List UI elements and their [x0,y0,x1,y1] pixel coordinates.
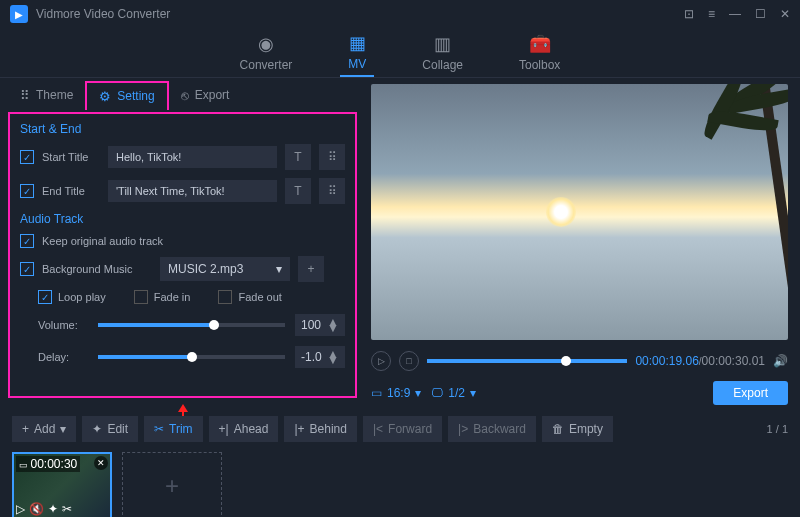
tab-label: Theme [36,88,73,102]
minimize-icon[interactable]: — [729,7,741,21]
export-icon: ⎋ [181,88,189,103]
grid-button[interactable]: ⠿ [319,178,345,204]
tab-export[interactable]: ⎋ Export [169,82,242,109]
end-title-checkbox[interactable]: ✓ [20,184,34,198]
stop-button[interactable]: □ [399,351,419,371]
app-logo: ▶ [10,5,28,23]
volume-label: Volume: [38,319,88,331]
bg-music-checkbox[interactable]: ✓ [20,262,34,276]
remove-clip-button[interactable]: ✕ [94,456,108,470]
fadein-checkbox[interactable]: ✓ [134,290,148,304]
grid-button[interactable]: ⠿ [319,144,345,170]
behind-button[interactable]: |+Behind [284,416,357,442]
play-button[interactable]: ▷ [371,351,391,371]
theme-icon: ⠿ [20,88,30,103]
backward-button[interactable]: |>Backward [448,416,536,442]
scissors-icon[interactable]: ✂ [62,502,72,516]
step-down-icon[interactable]: ▼ [327,325,339,331]
text-style-button[interactable]: T [285,144,311,170]
fadeout-checkbox[interactable]: ✓ [218,290,232,304]
bg-music-select[interactable]: MUSIC 2.mp3 ▾ [160,257,290,281]
collage-icon: ▥ [434,33,451,55]
wand-icon[interactable]: ✦ [48,502,58,516]
forward-button[interactable]: |<Forward [363,416,442,442]
aspect-icon: ▭ [371,386,382,400]
time-display: 00:00:19.06/00:00:30.01 [635,354,765,368]
delay-value-box[interactable]: -1.0 ▲▼ [295,346,345,368]
tab-theme[interactable]: ⠿ Theme [8,82,85,109]
nav-label: MV [348,57,366,71]
seek-slider[interactable] [427,359,627,363]
nav-mv[interactable]: ▦ MV [340,28,374,77]
nav-converter[interactable]: ◉ Converter [232,29,301,76]
end-title-label: End Title [42,185,100,197]
wand-icon: ✦ [92,422,102,436]
bg-music-value: MUSIC 2.mp3 [168,262,243,276]
bg-music-label: Background Music [42,263,152,275]
maximize-icon[interactable]: ☐ [755,7,766,21]
settings-panel: Start & End ✓ Start Title T ⠿ ✓ End Titl… [8,112,357,398]
close-icon[interactable]: ✕ [780,7,790,21]
delay-value: -1.0 [301,350,322,364]
keep-audio-label: Keep original audio track [42,235,163,247]
section-audio: Audio Track [20,212,345,226]
volume-value: 100 [301,318,321,332]
tab-setting[interactable]: ⚙ Setting [85,81,168,110]
fadein-label: Fade in [154,291,191,303]
clip-duration: ▭ 00:00:30 [16,456,80,472]
toolbox-icon: 🧰 [529,33,551,55]
mute-icon[interactable]: 🔇 [29,502,44,516]
step-down-icon[interactable]: ▼ [327,357,339,363]
edit-button[interactable]: ✦Edit [82,416,138,442]
monitor-icon: 🖵 [431,386,443,400]
page-select[interactable]: 🖵 1/2 ▾ [431,386,476,400]
chevron-down-icon: ▾ [276,262,282,276]
nav-label: Toolbox [519,58,560,72]
aspect-select[interactable]: ▭ 16:9 ▾ [371,386,421,400]
volume-icon[interactable]: 🔊 [773,354,788,368]
start-title-checkbox[interactable]: ✓ [20,150,34,164]
tab-label: Setting [117,89,154,103]
chevron-down-icon: ▾ [60,422,66,436]
page-value: 1/2 [448,386,465,400]
delay-label: Delay: [38,351,88,363]
total-time: 00:00:30.01 [702,354,765,368]
nav-toolbox[interactable]: 🧰 Toolbox [511,29,568,76]
loop-checkbox[interactable]: ✓ [38,290,52,304]
loop-label: Loop play [58,291,106,303]
end-title-input[interactable] [108,180,277,202]
volume-value-box[interactable]: 100 ▲▼ [295,314,345,336]
text-style-button[interactable]: T [285,178,311,204]
behind-icon: |+ [294,422,304,436]
nav-label: Converter [240,58,293,72]
video-preview[interactable] [371,84,788,340]
plus-icon: + [22,422,29,436]
play-icon[interactable]: ▷ [16,502,25,516]
volume-slider[interactable] [98,323,285,327]
aspect-value: 16:9 [387,386,410,400]
backward-icon: |> [458,422,468,436]
ahead-button[interactable]: +|Ahead [209,416,279,442]
delay-slider[interactable] [98,355,285,359]
add-clip-button[interactable]: + [122,452,222,517]
add-music-button[interactable]: + [298,256,324,282]
clip-thumbnail[interactable]: ▭ 00:00:30 ✕ ▷ 🔇 ✦ ✂ [12,452,112,517]
ahead-icon: +| [219,422,229,436]
export-button[interactable]: Export [713,381,788,405]
trim-button[interactable]: ✂Trim [144,416,203,442]
start-title-input[interactable] [108,146,277,168]
keep-audio-checkbox[interactable]: ✓ [20,234,34,248]
chat-icon[interactable]: ⊡ [684,7,694,21]
fadeout-label: Fade out [238,291,281,303]
chevron-down-icon: ▾ [415,386,421,400]
empty-button[interactable]: 🗑Empty [542,416,613,442]
nav-collage[interactable]: ▥ Collage [414,29,471,76]
pager: 1 / 1 [767,423,788,435]
mv-icon: ▦ [349,32,366,54]
scissors-icon: ✂ [154,422,164,436]
section-startend: Start & End [20,122,345,136]
menu-icon[interactable]: ≡ [708,7,715,21]
current-time: 00:00:19.06 [635,354,698,368]
nav-label: Collage [422,58,463,72]
add-button[interactable]: +Add▾ [12,416,76,442]
